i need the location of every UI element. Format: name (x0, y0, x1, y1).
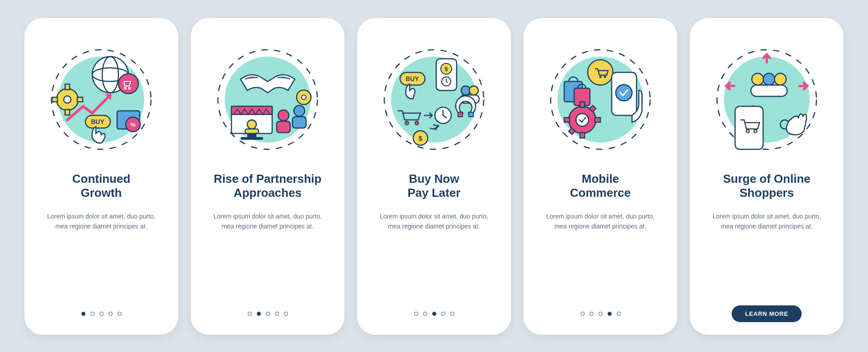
svg-point-42 (405, 121, 409, 125)
svg-point-70 (774, 73, 786, 85)
svg-rect-63 (595, 118, 600, 122)
svg-point-53 (588, 60, 613, 85)
svg-rect-60 (580, 102, 585, 107)
svg-point-30 (302, 95, 306, 100)
svg-rect-72 (735, 106, 763, 149)
slide-title: Rise of Partnership Approaches (214, 172, 321, 200)
dot-5[interactable] (450, 312, 454, 316)
svg-rect-10 (52, 97, 57, 102)
svg-point-5 (118, 74, 138, 94)
svg-rect-48 (469, 112, 473, 117)
shoppers-illustration (708, 41, 826, 158)
dot-4[interactable] (441, 312, 445, 316)
svg-rect-9 (65, 109, 70, 115)
dot-5[interactable] (284, 312, 288, 316)
svg-text:$: $ (419, 134, 423, 142)
svg-point-40 (469, 86, 478, 95)
dot-1[interactable] (248, 312, 252, 316)
svg-point-68 (752, 73, 764, 85)
onboarding-card-4: Mobile Commerce Lorem ipsum dolor sit am… (524, 18, 677, 335)
dot-1[interactable] (580, 312, 585, 316)
dot-3[interactable] (432, 312, 436, 316)
growth-illustration: BUY % (42, 41, 160, 158)
dot-4[interactable] (608, 312, 612, 316)
dot-4[interactable] (108, 312, 113, 316)
onboarding-card-3: $ BUY $ Buy Now Pay Late (357, 18, 511, 335)
svg-point-59 (576, 114, 589, 126)
svg-point-69 (763, 73, 775, 85)
slide-title: Surge of Online Shoppers (723, 172, 811, 200)
slide-description: Lorem ipsum dolor sit amet, duo purto, m… (42, 212, 160, 231)
dot-4[interactable] (275, 312, 279, 316)
svg-rect-26 (277, 121, 290, 133)
slide-description: Lorem ipsum dolor sit amet, duo purto, m… (375, 212, 493, 231)
svg-text:%: % (130, 121, 136, 128)
svg-rect-8 (65, 84, 70, 90)
pagination-dots (357, 312, 511, 316)
dot-5[interactable] (617, 312, 621, 316)
dot-1[interactable] (414, 312, 418, 316)
pagination-dots (191, 312, 344, 316)
dot-3[interactable] (599, 312, 603, 316)
dot-1[interactable] (81, 312, 85, 316)
svg-rect-11 (77, 97, 83, 102)
svg-rect-62 (564, 118, 570, 122)
svg-rect-20 (231, 106, 272, 114)
svg-text:BUY: BUY (406, 75, 419, 82)
dot-2[interactable] (590, 312, 594, 316)
dot-3[interactable] (266, 312, 270, 316)
svg-point-54 (599, 76, 602, 78)
pagination-dots (524, 312, 677, 316)
svg-rect-61 (580, 133, 585, 138)
svg-rect-24 (241, 137, 263, 140)
svg-point-57 (616, 85, 632, 101)
svg-point-74 (754, 130, 757, 133)
dot-3[interactable] (99, 312, 104, 316)
svg-point-43 (415, 121, 419, 125)
bnpl-illustration: $ BUY $ (375, 41, 493, 158)
slide-description: Lorem ipsum dolor sit amet, duo purto, m… (542, 212, 659, 231)
dot-2[interactable] (90, 312, 94, 316)
svg-rect-47 (458, 112, 462, 117)
svg-rect-28 (292, 117, 306, 128)
onboarding-card-2: Rise of Partnership Approaches Lorem ips… (191, 18, 344, 335)
svg-rect-71 (751, 85, 787, 96)
dot-2[interactable] (257, 312, 261, 316)
onboarding-card-5: Surge of Online Shoppers Lorem ipsum dol… (690, 18, 844, 335)
svg-point-55 (604, 76, 606, 78)
dot-5[interactable] (118, 312, 122, 316)
slide-description: Lorem ipsum dolor sit amet, duo purto, m… (708, 212, 826, 231)
slide-title: Buy Now Pay Later (407, 172, 460, 200)
pagination-dots (24, 312, 178, 316)
svg-text:BUY: BUY (91, 118, 104, 125)
slide-title: Continued Growth (72, 172, 131, 200)
mobile-commerce-illustration (542, 41, 659, 158)
svg-point-73 (746, 130, 750, 133)
dot-2[interactable] (423, 312, 427, 316)
svg-text:$: $ (444, 66, 448, 72)
slide-title: Mobile Commerce (570, 172, 631, 200)
svg-point-25 (278, 110, 289, 121)
onboarding-card-1: BUY % Continued Growth Lorem ipsum dolor… (24, 18, 178, 335)
svg-rect-22 (245, 129, 259, 133)
svg-point-21 (247, 120, 256, 129)
partnership-illustration (209, 41, 326, 158)
svg-point-27 (294, 105, 305, 116)
svg-point-7 (64, 96, 71, 103)
learn-more-button[interactable]: LEARN MORE (731, 305, 802, 322)
slide-description: Lorem ipsum dolor sit amet, duo purto, m… (209, 212, 326, 231)
